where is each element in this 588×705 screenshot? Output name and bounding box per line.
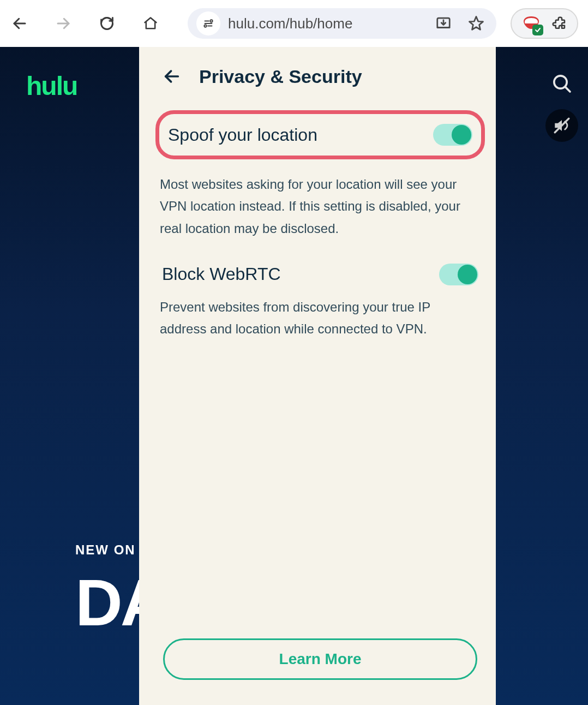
- address-bar[interactable]: hulu.com/hub/home: [188, 8, 496, 39]
- block-webrtc-row: Block WebRTC: [160, 259, 481, 290]
- extensions-puzzle-icon[interactable]: [551, 15, 567, 32]
- page-body: hulu NEW ON H DA Privacy & Security Spoo…: [0, 47, 588, 705]
- search-icon[interactable]: [547, 69, 577, 98]
- popup-title: Privacy & Security: [199, 66, 362, 87]
- reload-button[interactable]: [97, 14, 117, 33]
- block-webrtc-description: Prevent websites from discovering your t…: [160, 296, 465, 340]
- browser-toolbar: hulu.com/hub/home: [0, 0, 588, 47]
- vpn-connected-badge-icon: [532, 25, 543, 35]
- forward-button[interactable]: [53, 14, 73, 33]
- block-webrtc-toggle[interactable]: [439, 264, 478, 285]
- spoof-location-toggle[interactable]: [433, 124, 472, 146]
- spoof-location-highlight: Spoof your location: [155, 110, 485, 159]
- back-button[interactable]: [10, 14, 29, 33]
- popup-back-button[interactable]: [161, 65, 183, 87]
- spoof-location-row: Spoof your location: [168, 124, 472, 146]
- vpn-extension-popup: Privacy & Security Spoof your location M…: [139, 47, 496, 705]
- vpn-extension-icon[interactable]: [521, 14, 541, 33]
- svg-point-5: [210, 20, 212, 22]
- toggle-knob: [452, 125, 471, 145]
- spoof-location-block: Most websites asking for your location w…: [160, 167, 481, 240]
- spoof-location-label: Spoof your location: [168, 125, 317, 145]
- svg-point-6: [204, 25, 206, 27]
- page-top-right: [545, 69, 578, 142]
- spoof-location-description: Most websites asking for your location w…: [160, 174, 465, 240]
- nav-button-group: [10, 14, 160, 33]
- learn-more-button[interactable]: Learn More: [163, 638, 477, 680]
- popup-header: Privacy & Security: [155, 65, 485, 87]
- install-app-icon[interactable]: [435, 15, 452, 32]
- block-webrtc-label: Block WebRTC: [162, 264, 281, 284]
- toggle-knob: [458, 265, 477, 284]
- site-info-icon[interactable]: [196, 11, 220, 35]
- home-button[interactable]: [141, 14, 160, 33]
- bookmark-star-icon[interactable]: [468, 15, 484, 32]
- mute-icon[interactable]: [545, 109, 578, 142]
- hulu-logo[interactable]: hulu: [26, 71, 77, 101]
- url-text: hulu.com/hub/home: [228, 15, 428, 32]
- svg-line-11: [566, 87, 570, 92]
- url-actions: [435, 15, 488, 32]
- block-webrtc-block: Block WebRTC Prevent websites from disco…: [160, 259, 481, 340]
- extensions-group: [511, 8, 578, 39]
- svg-marker-9: [470, 17, 483, 30]
